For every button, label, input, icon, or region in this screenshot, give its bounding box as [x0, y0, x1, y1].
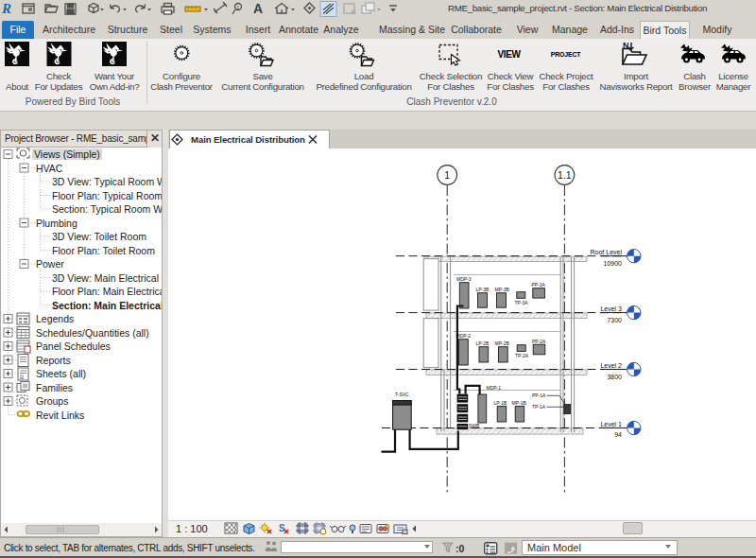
svg-text:S: S — [279, 523, 285, 533]
svg-text:MDP-2: MDP-2 — [456, 333, 472, 339]
svg-text:MP-3B: MP-3B — [495, 287, 510, 292]
svg-text:SWB: SWB — [469, 423, 480, 428]
svg-text:PP-1A: PP-1A — [532, 392, 546, 398]
svg-text:PP-3A: PP-3A — [532, 282, 546, 288]
svg-text:LP-1B: LP-1B — [494, 400, 508, 406]
svg-text:Level 1: Level 1 — [600, 421, 622, 427]
svg-text:MDP-3: MDP-3 — [456, 276, 472, 282]
svg-text:A: A — [253, 1, 263, 16]
svg-text:TP-3A: TP-3A — [515, 300, 529, 305]
svg-text:MP-1B: MP-1B — [512, 400, 527, 406]
svg-text:94: 94 — [614, 431, 622, 438]
svg-text:PROJECT: PROJECT — [551, 51, 582, 58]
svg-text:PP-2A: PP-2A — [532, 339, 546, 344]
svg-text:7300: 7300 — [607, 317, 622, 323]
svg-text:Roof Level: Roof Level — [591, 249, 623, 255]
svg-text:10900: 10900 — [604, 260, 623, 267]
svg-text:TP-1A: TP-1A — [532, 404, 546, 410]
svg-text:T-SVC: T-SVC — [395, 392, 409, 397]
svg-text:MP-2B: MP-2B — [495, 340, 510, 346]
svg-text:LP-3B: LP-3B — [476, 287, 490, 292]
svg-text:Level 2: Level 2 — [600, 362, 622, 369]
svg-text:VIEW: VIEW — [498, 49, 522, 60]
svg-text:LP-2B: LP-2B — [476, 340, 490, 346]
svg-text:TP-2A: TP-2A — [515, 353, 529, 358]
svg-text:1: 1 — [444, 169, 450, 181]
svg-text:Level 3: Level 3 — [600, 305, 622, 312]
svg-text:MDP-1: MDP-1 — [487, 385, 502, 391]
svg-text:3800: 3800 — [607, 374, 622, 380]
svg-text:R: R — [1, 1, 11, 16]
svg-text:1.1: 1.1 — [558, 169, 572, 181]
